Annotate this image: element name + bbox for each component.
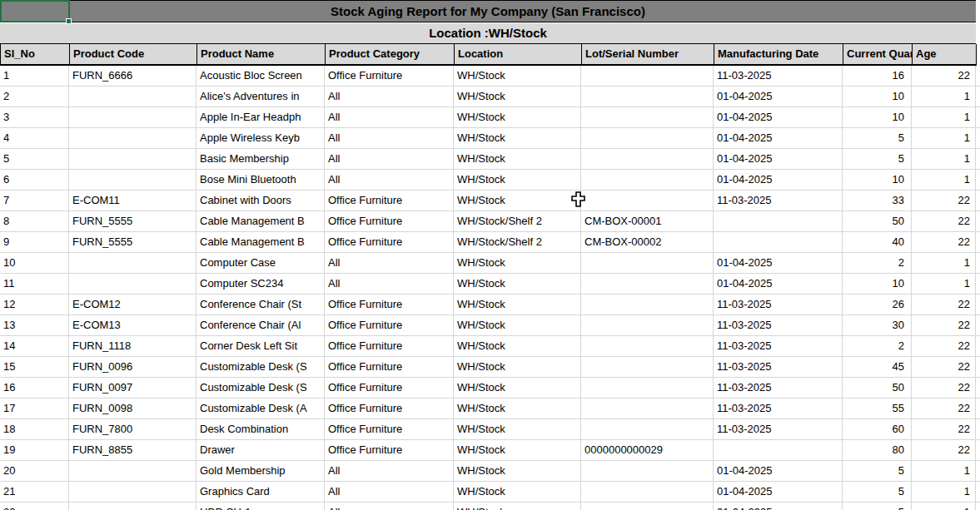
cell-sl-no[interactable]: 17 bbox=[0, 399, 69, 418]
cell-current-quantity[interactable]: 2 bbox=[843, 336, 912, 356]
cell-product-code[interactable] bbox=[69, 107, 196, 127]
column-header-product-name[interactable]: Product Name bbox=[197, 44, 326, 64]
cell-manufacturing-date[interactable] bbox=[714, 232, 843, 252]
cell-product-category[interactable]: Office Furniture bbox=[325, 211, 454, 231]
cell-lot-serial-number[interactable] bbox=[581, 482, 714, 502]
cell-lot-serial-number[interactable] bbox=[581, 149, 714, 169]
cell-location[interactable]: WH/Stock bbox=[454, 315, 581, 335]
column-header-product-category[interactable]: Product Category bbox=[326, 44, 455, 64]
cell-lot-serial-number[interactable] bbox=[581, 336, 714, 356]
cell-location[interactable]: WH/Stock bbox=[454, 253, 581, 273]
cell-lot-serial-number[interactable] bbox=[581, 503, 714, 510]
cell-manufacturing-date[interactable]: 11-03-2025 bbox=[714, 357, 843, 377]
cell-current-quantity[interactable]: 5 bbox=[843, 503, 912, 510]
fill-handle[interactable] bbox=[66, 18, 72, 24]
report-title-cell[interactable]: Stock Aging Report for My Company (San F… bbox=[0, 0, 976, 22]
cell-product-code[interactable] bbox=[69, 149, 196, 169]
cell-product-name[interactable]: Customizable Desk (A bbox=[196, 399, 325, 418]
cell-age[interactable]: 1 bbox=[912, 128, 976, 148]
cell-product-category[interactable]: Office Furniture bbox=[325, 336, 454, 356]
cell-manufacturing-date[interactable]: 01-04-2025 bbox=[714, 87, 843, 106]
cell-product-name[interactable]: Customizable Desk (S bbox=[196, 357, 325, 377]
cell-product-code[interactable] bbox=[69, 503, 196, 510]
column-header-manufacturing-date[interactable]: Manufacturing Date bbox=[714, 44, 843, 64]
cell-product-name[interactable]: Alice's Adventures in bbox=[196, 87, 325, 106]
cell-product-name[interactable]: Corner Desk Left Sit bbox=[196, 336, 325, 356]
cell-product-code[interactable]: E-COM11 bbox=[69, 191, 196, 210]
cell-lot-serial-number[interactable] bbox=[581, 357, 714, 377]
cell-product-name[interactable]: Apple In-Ear Headph bbox=[196, 107, 325, 127]
cell-sl-no[interactable]: 14 bbox=[0, 336, 69, 356]
cell-product-name[interactable]: Conference Chair (Al bbox=[196, 315, 325, 335]
column-header-sl-no[interactable]: Sl_No bbox=[1, 44, 70, 64]
cell-age[interactable]: 22 bbox=[912, 232, 976, 252]
cell-current-quantity[interactable]: 5 bbox=[843, 482, 912, 502]
cell-product-name[interactable]: Cable Management B bbox=[196, 211, 325, 231]
cell-manufacturing-date[interactable]: 01-04-2025 bbox=[714, 128, 843, 148]
cell-sl-no[interactable]: 3 bbox=[0, 107, 69, 127]
cell-product-category[interactable]: Office Furniture bbox=[325, 191, 454, 210]
cell-current-quantity[interactable]: 5 bbox=[843, 149, 912, 169]
cell-sl-no[interactable]: 12 bbox=[0, 295, 69, 314]
cell-product-name[interactable]: Graphics Card bbox=[196, 482, 325, 502]
cell-location[interactable]: WH/Stock bbox=[454, 399, 581, 418]
cell-lot-serial-number[interactable] bbox=[581, 295, 714, 314]
cell-age[interactable]: 22 bbox=[912, 336, 976, 356]
cell-product-category[interactable]: All bbox=[325, 170, 454, 190]
cell-age[interactable]: 1 bbox=[912, 87, 976, 106]
cell-location[interactable]: WH/Stock bbox=[454, 378, 581, 398]
column-header-age[interactable]: Age bbox=[913, 44, 977, 64]
cell-age[interactable]: 1 bbox=[912, 107, 976, 127]
cell-product-category[interactable]: All bbox=[325, 253, 454, 273]
cell-location[interactable]: WH/Stock bbox=[454, 357, 581, 377]
cell-product-category[interactable]: Office Furniture bbox=[325, 295, 454, 314]
cell-lot-serial-number[interactable] bbox=[581, 315, 714, 335]
cell-product-category[interactable]: Office Furniture bbox=[325, 399, 454, 418]
cell-sl-no[interactable]: 10 bbox=[0, 253, 69, 273]
cell-age[interactable]: 22 bbox=[912, 399, 976, 418]
cell-product-code[interactable]: FURN_7800 bbox=[69, 419, 196, 439]
cell-product-name[interactable]: Acoustic Bloc Screen bbox=[196, 66, 325, 86]
cell-current-quantity[interactable]: 40 bbox=[843, 232, 912, 252]
cell-sl-no[interactable]: 9 bbox=[0, 232, 69, 252]
cell-sl-no[interactable]: 20 bbox=[0, 461, 69, 481]
cell-location[interactable]: WH/Stock bbox=[454, 149, 581, 169]
cell-manufacturing-date[interactable]: 11-03-2025 bbox=[714, 66, 843, 86]
cell-location[interactable]: WH/Stock bbox=[454, 107, 581, 127]
cell-current-quantity[interactable]: 5 bbox=[843, 128, 912, 148]
cell-product-category[interactable]: All bbox=[325, 503, 454, 510]
cell-age[interactable]: 22 bbox=[912, 211, 976, 231]
cell-location[interactable]: WH/Stock bbox=[454, 336, 581, 356]
column-header-current-quantity[interactable]: Current Quantity bbox=[843, 44, 913, 64]
cell-manufacturing-date[interactable]: 11-03-2025 bbox=[714, 419, 843, 439]
cell-location[interactable]: WH/Stock bbox=[454, 482, 581, 502]
cell-current-quantity[interactable]: 10 bbox=[843, 87, 912, 106]
cell-age[interactable]: 1 bbox=[912, 149, 976, 169]
cell-current-quantity[interactable]: 33 bbox=[843, 191, 912, 210]
cell-sl-no[interactable]: 21 bbox=[0, 482, 69, 502]
cell-age[interactable]: 22 bbox=[912, 315, 976, 335]
cell-location[interactable]: WH/Stock bbox=[454, 128, 581, 148]
cell-product-category[interactable]: All bbox=[325, 482, 454, 502]
cell-product-code[interactable] bbox=[69, 87, 196, 106]
cell-location[interactable]: WH/Stock bbox=[454, 66, 581, 86]
cell-product-code[interactable]: FURN_1118 bbox=[69, 336, 196, 356]
cell-age[interactable]: 1 bbox=[912, 461, 976, 481]
cell-sl-no[interactable]: 19 bbox=[0, 440, 69, 460]
cell-current-quantity[interactable]: 30 bbox=[843, 315, 912, 335]
cell-product-name[interactable]: Computer Case bbox=[196, 253, 325, 273]
cell-sl-no[interactable]: 6 bbox=[0, 170, 69, 190]
cell-location[interactable]: WH/Stock bbox=[454, 274, 581, 294]
cell-product-code[interactable]: FURN_8855 bbox=[69, 440, 196, 460]
cell-current-quantity[interactable]: 10 bbox=[843, 170, 912, 190]
cell-product-name[interactable]: Desk Combination bbox=[196, 419, 325, 439]
cell-location[interactable]: WH/Stock bbox=[454, 461, 581, 481]
cell-manufacturing-date[interactable] bbox=[714, 211, 843, 231]
cell-manufacturing-date[interactable]: 01-04-2025 bbox=[714, 482, 843, 502]
cell-product-category[interactable]: All bbox=[325, 461, 454, 481]
cell-location[interactable]: WH/Stock/Shelf 2 bbox=[454, 232, 581, 252]
column-header-product-code[interactable]: Product Code bbox=[70, 44, 197, 64]
cell-product-code[interactable]: FURN_5555 bbox=[69, 232, 196, 252]
cell-sl-no[interactable]: 13 bbox=[0, 315, 69, 335]
cell-product-category[interactable]: Office Furniture bbox=[325, 315, 454, 335]
